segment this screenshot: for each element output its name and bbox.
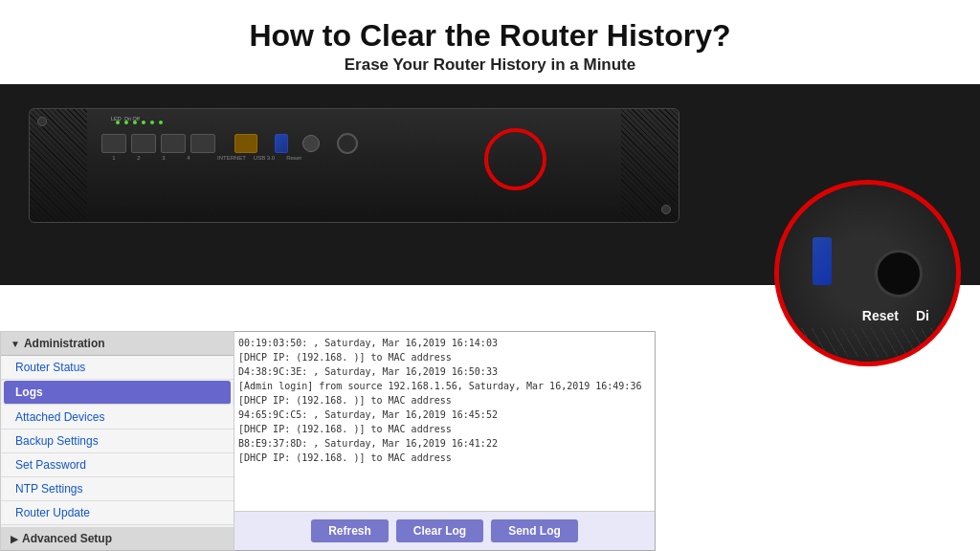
nav-item-router-update[interactable]: Router Update [1,501,234,525]
nav-item-backup-settings[interactable]: Backup Settings [1,430,234,453]
nav-item-router-status[interactable]: Router Status [1,356,234,380]
admin-section-label: Administration [24,337,105,350]
eth-port-4 [190,134,215,153]
log-entry-5: 94:65:9C:C5: , Saturday, Mar 16,2019 16:… [238,408,651,422]
led-6 [159,121,163,124]
advanced-section-label: Advanced Setup [22,532,112,545]
nav-panel: ▼ Administration Router Status Logs Atta… [0,331,234,551]
zoom-triangle-pattern [779,328,956,357]
log-entry-7: B8:E9:37:8D: , Saturday, Mar 16,2019 16:… [238,436,651,451]
log-buttons-bar: Refresh Clear Log Send Log [234,512,655,550]
advanced-arrow-icon: ▶ [11,534,18,544]
clear-log-button[interactable]: Clear Log [396,519,483,542]
admin-section-header[interactable]: ▼ Administration [1,332,234,356]
page-subtitle: Erase Your Router History in a Minute [0,55,980,75]
port-labels: 1 2 3 4 INTERNET USB 3.0 Reset [101,155,307,161]
log-entry-1: [DHCP IP: (192.168. )] to MAC address [238,350,651,364]
eth-port-2 [131,134,156,153]
log-entry-8: [DHCP IP: (192.168. )] to MAC address [238,451,651,465]
led-5 [150,121,154,124]
log-entry-3: [Admin login] from source 192.168.1.56, … [238,379,651,393]
router-image-area: LED On Off 1 2 [0,84,980,285]
log-entry-6: [DHCP IP: (192.168. )] to MAC address [238,422,651,436]
usb-port [275,134,288,153]
vent-left [30,109,87,222]
led-row [116,121,163,124]
reset-port [302,135,320,152]
led-4 [142,121,145,124]
nav-item-logs[interactable]: Logs [4,381,231,405]
log-entry-0: 00:19:03:50: , Saturday, Mar 16,2019 16:… [238,336,651,350]
zoom-reset-label: Reset [862,308,899,323]
zoom-d-label: Di [916,308,929,323]
log-panel: 00:19:03:50: , Saturday, Mar 16,2019 16:… [234,331,656,551]
nav-item-ntp-settings[interactable]: NTP Settings [1,477,234,501]
page-header: How to Clear the Router History? Erase Y… [0,0,980,84]
refresh-button[interactable]: Refresh [311,519,389,542]
zoom-circle: Reset Di [774,180,961,366]
eth-port-1 [101,134,126,153]
advanced-section-header[interactable]: ▶ Advanced Setup [1,527,234,551]
log-entry-2: D4:38:9C:3E: , Saturday, Mar 16,2019 16:… [238,364,651,379]
log-entry-4: [DHCP IP: (192.168. )] to MAC address [238,393,651,408]
power-button [337,133,358,154]
zoom-usb-port [813,237,832,285]
led-1 [116,121,120,124]
nav-item-attached-devices[interactable]: Attached Devices [1,406,234,430]
ports-area [101,133,358,154]
eth-port-3 [161,134,186,153]
vent-right [621,109,679,222]
led-2 [124,121,128,124]
zoom-content: Reset Di [779,185,956,362]
callout-circle [484,128,546,190]
admin-arrow-icon: ▼ [11,339,20,349]
led-3 [133,121,137,124]
page-title: How to Clear the Router History? [0,17,980,54]
log-content: 00:19:03:50: , Saturday, Mar 16,2019 16:… [234,332,655,512]
bottom-section: ▼ Administration Router Status Logs Atta… [0,331,980,551]
nav-item-set-password[interactable]: Set Password [1,453,234,477]
send-log-button[interactable]: Send Log [491,519,578,542]
zoom-reset-hole [875,250,923,298]
router-device: LED On Off 1 2 [29,108,679,223]
internet-port [234,134,257,153]
